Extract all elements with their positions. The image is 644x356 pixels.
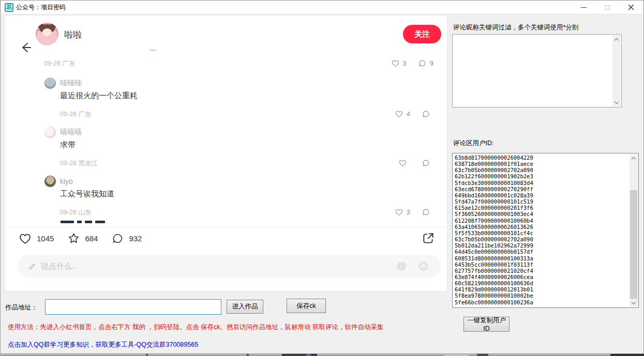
commenter-name[interactable]: kiyo xyxy=(60,177,73,185)
scroll-progress-dash xyxy=(149,50,156,51)
user-id-row[interactable]: 638718e0000000001f01aece xyxy=(455,161,629,167)
taskbar-fragment xyxy=(306,354,311,356)
copy-user-ids-button[interactable]: 一键复制用户ID xyxy=(463,317,510,332)
collect-button[interactable]: 684 xyxy=(67,232,98,245)
chat-bubble-icon xyxy=(422,110,430,118)
share-icon[interactable] xyxy=(422,231,435,245)
chat-bubble-icon xyxy=(111,232,124,245)
commenter-name[interactable]: 哇哇哇 xyxy=(60,79,82,88)
commenter-name[interactable]: 嘻嘻嘻 xyxy=(60,128,82,137)
heart-icon xyxy=(18,231,32,245)
user-id-listbox[interactable]: 63b8d8170000000026004220 638718e00000000… xyxy=(452,153,639,308)
like-count: 1045 xyxy=(37,234,54,243)
taskbar-fragment xyxy=(282,354,317,356)
comment-item: kiyo 工众号诶我知道 09-26 山东 3 xyxy=(44,176,433,216)
scroll-down-button[interactable] xyxy=(630,299,638,307)
comment-count: 932 xyxy=(129,234,142,243)
user-id-list-label: 评论区用户ID: xyxy=(453,139,493,148)
user-id-row[interactable]: 63a410650000000026013626 xyxy=(455,224,629,230)
user-id-row[interactable]: 63b8d8170000000026004220 xyxy=(455,154,629,161)
user-id-row[interactable]: 60c58219000000000100636d xyxy=(455,280,629,286)
user-id-row[interactable]: 5f3605260000000001003ec4 xyxy=(455,211,629,217)
comment-input[interactable]: 说点什么... @ xyxy=(18,255,441,277)
comment-item: 哇哇哇 最近很火的一个公重耗 09-26 广东 4 xyxy=(44,78,433,118)
qq-group-link[interactable]: 点击加入QQ群学习更多知识，获取更多工具-QQ交流群370089565 xyxy=(8,340,198,349)
taskbar-sliver xyxy=(0,354,644,356)
user-id-row[interactable]: 63e874f40000000026006cea xyxy=(455,274,629,280)
app-logo-icon: 易 xyxy=(5,3,13,12)
keyword-filter-textarea[interactable] xyxy=(452,34,622,107)
heart-icon xyxy=(398,159,407,167)
minimize-button[interactable] xyxy=(572,1,595,14)
maximize-button[interactable] xyxy=(595,1,619,14)
commenter-avatar[interactable] xyxy=(44,127,56,138)
user-id-row[interactable]: 5fd47a7f000000000101c519 xyxy=(455,198,629,205)
comment-reply-button[interactable] xyxy=(422,110,433,118)
comment-like-button[interactable] xyxy=(398,159,410,167)
maximize-icon xyxy=(605,5,610,10)
comment-like-button[interactable]: 4 xyxy=(395,110,410,118)
like-button[interactable]: 1045 xyxy=(18,231,54,245)
star-icon xyxy=(67,232,80,245)
heart-icon xyxy=(391,59,400,68)
user-id-row[interactable]: 63c7b05b000000002702a090 xyxy=(455,167,629,173)
comment-like-button[interactable]: 3 xyxy=(391,59,407,68)
taskbar-fragment xyxy=(444,354,469,356)
chevron-up-icon xyxy=(615,38,619,42)
user-id-row[interactable]: 5fe66bc0000000000100236a xyxy=(455,299,629,305)
usage-instructions: 使用方法：先进入小红书首页，点击右下方 我的 ，扫码登陆。点击 保存ck。然后访… xyxy=(8,323,383,332)
user-id-scrollbar[interactable] xyxy=(630,154,638,307)
save-ck-button[interactable]: 保存ck xyxy=(287,299,326,313)
user-id-row[interactable]: 627757fb0000000021020cf4 xyxy=(455,268,629,274)
comments-button[interactable]: 932 xyxy=(111,232,142,245)
embedded-browser-panel: 啦啦 关注 09-26 广东 3 9 xyxy=(5,15,447,291)
commenter-avatar[interactable] xyxy=(44,78,56,89)
profile-avatar[interactable] xyxy=(36,23,58,45)
comment-reply-button[interactable] xyxy=(422,159,433,167)
scrollbar-thumb[interactable] xyxy=(630,190,637,299)
user-id-row[interactable]: 5f5f533b000000000101cf4c xyxy=(455,230,629,236)
user-id-row[interactable]: 649bbd16000000001c028a39 xyxy=(455,192,629,198)
filter-scrollbar[interactable] xyxy=(612,35,621,106)
comment-meta: 09-26 广东 xyxy=(44,59,75,68)
user-id-row[interactable]: 612208f700000000010060b4 xyxy=(455,218,629,224)
emoji-icon[interactable] xyxy=(418,261,429,272)
content-divider xyxy=(5,227,447,227)
close-button[interactable] xyxy=(619,1,643,14)
chat-bubble-icon xyxy=(422,159,430,167)
back-arrow-icon[interactable] xyxy=(20,41,32,54)
user-id-row[interactable]: 63c7b05b000000002702a090 xyxy=(455,236,629,242)
window-controls xyxy=(572,1,643,14)
comment-text: 最近很火的一个公重耗 xyxy=(60,91,433,100)
commenter-avatar[interactable] xyxy=(44,176,56,187)
user-id-row[interactable]: 63ecd67800000000270290ff xyxy=(455,186,629,192)
scroll-down-button[interactable] xyxy=(612,98,621,106)
comment-text: 求带 xyxy=(60,141,433,149)
heart-icon xyxy=(395,110,403,118)
taskbar-fragment xyxy=(247,354,249,356)
comment-reply-button[interactable]: 9 xyxy=(418,59,433,68)
comment-like-button[interactable]: 3 xyxy=(395,208,410,216)
app-window: 易 公众号：项目密码 啦啦 关注 09-26 广东 3 xyxy=(0,0,644,354)
work-address-label: 作品地址： xyxy=(5,303,38,312)
mention-icon[interactable]: @ xyxy=(397,260,407,272)
work-address-input[interactable] xyxy=(45,299,221,315)
user-id-row[interactable]: 5fdcb3e300000000010083d4 xyxy=(455,180,629,186)
comment-text: 工众号诶我知道 xyxy=(60,190,433,198)
window-title: 公众号：项目密码 xyxy=(16,3,66,12)
user-id-row[interactable]: 62b122f6000000001902b2e3 xyxy=(455,173,629,179)
user-id-row[interactable]: 6453b5cc000000001f03113f xyxy=(455,261,629,268)
comment-input-placeholder: 说点什么... xyxy=(41,261,79,271)
user-id-row[interactable]: 5b012da211be102962a72999 xyxy=(455,242,629,249)
user-id-row[interactable]: 608531d8000000000100313a xyxy=(455,255,629,261)
user-id-row[interactable]: 641f829d0000000012013b01 xyxy=(455,286,629,292)
follow-button[interactable]: 关注 xyxy=(403,25,441,43)
scroll-up-button[interactable] xyxy=(630,154,638,162)
user-id-row[interactable]: 615ae12c000000000201f3f6 xyxy=(455,205,629,211)
comment-reply-button[interactable] xyxy=(422,208,433,216)
user-id-row[interactable]: 64d45c0e000000000b0157df xyxy=(455,249,629,255)
enter-work-button[interactable]: 进入作品 xyxy=(227,300,263,314)
scroll-up-button[interactable] xyxy=(612,35,621,43)
user-id-row[interactable]: 5f8ea97800000000010002be xyxy=(455,292,629,299)
comment-meta-row: 09-26 广东 3 9 xyxy=(44,59,433,68)
